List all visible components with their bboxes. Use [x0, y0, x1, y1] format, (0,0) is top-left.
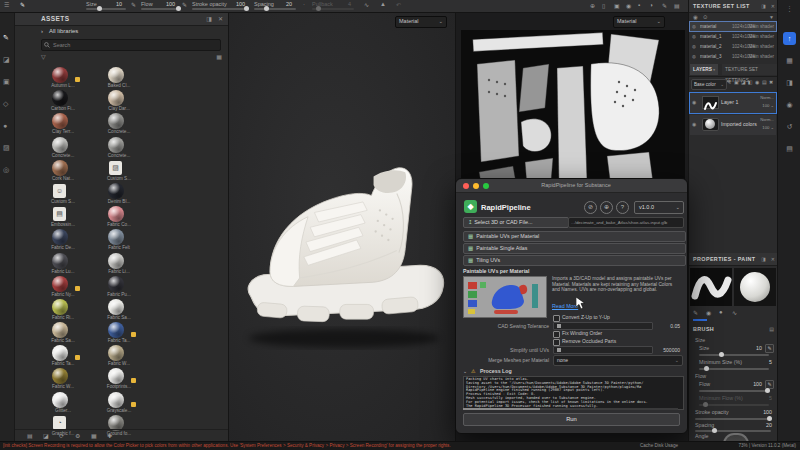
- dock-icon[interactable]: ◨: [761, 256, 766, 262]
- asset-item[interactable]: ▨Custom S...: [93, 159, 145, 182]
- asset-item[interactable]: ☺Custom S...: [37, 182, 89, 205]
- list-view-icon[interactable]: ▤: [27, 432, 33, 439]
- camera-icon[interactable]: ◉: [626, 2, 631, 9]
- stamp-icon[interactable]: ▣: [734, 79, 739, 85]
- layer-row-2[interactable]: ◉ Imported colors Norm... 100 ⌄: [690, 115, 776, 135]
- minimize-window-icon[interactable]: [473, 183, 479, 189]
- log-dock-icon[interactable]: ▤: [783, 142, 796, 155]
- close-panel-icon[interactable]: ✕: [218, 15, 223, 22]
- version-dropdown[interactable]: v1.0.0⌄: [634, 201, 684, 214]
- folder-icon[interactable]: ▤: [762, 79, 767, 85]
- texture-set-row[interactable]: ◍material_11024x1024Main shader: [690, 32, 776, 41]
- material-tab-icon[interactable]: ●: [719, 309, 723, 315]
- file-path-field[interactable]: .../decimate_and_bake_Atlas/shoe-atlas-i…: [568, 217, 684, 228]
- asset-item[interactable]: Fabric Felt: [93, 228, 145, 251]
- import-resource-icon[interactable]: ◪: [43, 432, 49, 439]
- prop-opacity-slider[interactable]: [695, 418, 771, 420]
- asset-item[interactable]: ▤Embossin...: [37, 205, 89, 228]
- stroke-tab-icon[interactable]: ∿: [732, 309, 737, 316]
- select-file-button[interactable]: ↥ Select 3D or CAD File...: [463, 217, 569, 228]
- dock-menu-icon[interactable]: ⋮: [783, 2, 796, 15]
- read-more-link[interactable]: Read More: [552, 303, 578, 309]
- blend-mode-dropdown[interactable]: Base color⌄: [691, 79, 727, 90]
- asset-item[interactable]: Baked Cl...: [93, 66, 145, 89]
- close-icon[interactable]: ✕: [771, 3, 775, 9]
- eraser-tool[interactable]: ◪: [3, 56, 10, 64]
- layer-opacity[interactable]: 100 ⌄: [762, 125, 774, 130]
- stroke-opacity-slider[interactable]: [192, 8, 247, 10]
- paint-tool[interactable]: ✎: [3, 34, 9, 42]
- stencil-tab-icon[interactable]: ◉: [706, 309, 711, 316]
- asset-item[interactable]: Fabric W...: [93, 344, 145, 367]
- asset-item[interactable]: Fabric Sa...: [93, 298, 145, 321]
- asset-item[interactable]: Fabric Lu...: [37, 252, 89, 275]
- record-icon[interactable]: ▪: [638, 2, 640, 8]
- texture-set-row[interactable]: ◍material1024x1024Main shader: [690, 22, 776, 31]
- tab-layers[interactable]: LAYERS ▫: [690, 64, 718, 75]
- fill-icon[interactable]: ◧: [748, 79, 753, 85]
- close-icon[interactable]: ✕: [771, 256, 775, 262]
- asset-item[interactable]: Fabric Ny...: [37, 275, 89, 298]
- asset-item[interactable]: Carbon Fi...: [37, 89, 89, 112]
- prop-spacing-value[interactable]: 20: [766, 422, 772, 428]
- asset-item[interactable]: Concrete...: [37, 136, 89, 159]
- shoe-model[interactable]: [238, 147, 450, 353]
- menu-icon[interactable]: ☰: [4, 1, 9, 8]
- delete-icon[interactable]: ✖: [769, 79, 773, 85]
- asset-item[interactable]: Clay Dar...: [93, 89, 145, 112]
- asset-item[interactable]: Autumn L...: [37, 66, 89, 89]
- shader-settings-icon[interactable]: ◉: [783, 98, 796, 111]
- asset-item[interactable]: Fabric Ta...: [37, 344, 89, 367]
- prop-flow-slider[interactable]: [699, 390, 769, 392]
- min-flow-slider[interactable]: [699, 404, 769, 406]
- layer-blend[interactable]: Norm...: [760, 117, 774, 122]
- prop-size-value[interactable]: 10: [756, 345, 762, 351]
- visibility-all-icon[interactable]: ◉: [693, 14, 698, 20]
- flow-pressure-icon[interactable]: ✎: [182, 1, 187, 8]
- refresh-icon[interactable]: ⟳: [59, 432, 64, 439]
- lazy-mouse-icon[interactable]: ∿: [364, 1, 369, 8]
- brush-icon[interactable]: ◪: [741, 79, 746, 85]
- pullback-slider[interactable]: [312, 8, 354, 10]
- polygon-fill-tool[interactable]: ◇: [3, 100, 8, 108]
- environment-icon[interactable]: ◗: [650, 2, 654, 8]
- clone-tool[interactable]: ▨: [3, 144, 10, 152]
- layer-opacity[interactable]: 100 ⌄: [762, 103, 774, 108]
- merge-dropdown[interactable]: none⌄: [553, 355, 683, 366]
- channel-display-dropdown[interactable]: Material⌄: [613, 16, 665, 28]
- asset-item[interactable]: Cork Nat...: [37, 159, 89, 182]
- spacing-slider[interactable]: [254, 8, 296, 10]
- solo-icon[interactable]: ⊙: [703, 14, 708, 20]
- prop-spacing-slider[interactable]: [695, 430, 771, 432]
- shader-display-dropdown[interactable]: Material⌄: [395, 16, 447, 28]
- export-icon[interactable]: ↑: [783, 32, 796, 45]
- asset-item[interactable]: Concrete...: [93, 112, 145, 135]
- history-icon[interactable]: ↺: [783, 120, 796, 133]
- viewport-3d[interactable]: Material⌄: [228, 12, 455, 441]
- assets-dock-icon[interactable]: ▦: [783, 54, 796, 67]
- grid-view-icon[interactable]: ▦: [91, 432, 97, 439]
- zoom-window-icon[interactable]: [483, 183, 489, 189]
- projection-tool[interactable]: ▣: [3, 78, 10, 86]
- min-size-slider[interactable]: [699, 368, 769, 370]
- add-icon[interactable]: ✚: [107, 432, 112, 439]
- run-button[interactable]: Run: [463, 413, 680, 426]
- render-mode-icon[interactable]: ▤: [674, 2, 680, 9]
- search-input[interactable]: Search: [41, 39, 221, 51]
- filter-icon[interactable]: ▽: [41, 53, 46, 60]
- simplify-slider[interactable]: [553, 346, 653, 354]
- paint-mode-icon[interactable]: ✎: [662, 2, 667, 9]
- dialog-titlebar[interactable]: RapidPipeline for Substance: [456, 179, 687, 193]
- asset-item[interactable]: Concrete...: [93, 136, 145, 159]
- asset-item[interactable]: Fabric Li...: [93, 252, 145, 275]
- asset-item[interactable]: Fabric Ta...: [93, 321, 145, 344]
- display-settings-icon[interactable]: ◨: [783, 76, 796, 89]
- tab-texture-set-settings[interactable]: TEXTURE SET SETTINGS: [722, 64, 778, 75]
- prop-opacity-value[interactable]: 100: [763, 409, 772, 415]
- remove-occluded-checkbox[interactable]: [553, 339, 560, 346]
- texture-set-row[interactable]: ◍material_31024x1024Main shader: [690, 52, 776, 61]
- log-collapse-icon[interactable]: ⌄: [463, 368, 467, 374]
- library-selector[interactable]: All libraries: [49, 28, 78, 34]
- mode-tiling-uvs[interactable]: ▦Tiling UVs: [463, 255, 686, 266]
- prop-flow-value[interactable]: 100: [753, 381, 762, 387]
